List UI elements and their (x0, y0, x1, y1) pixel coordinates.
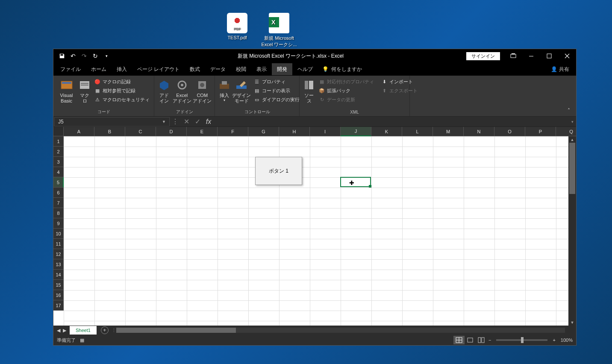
zoom-level[interactable]: 100% (561, 338, 573, 343)
row-header-3[interactable]: 3 (53, 157, 64, 167)
row-header-10[interactable]: 10 (53, 229, 64, 239)
signin-button[interactable]: サインイン (466, 52, 500, 60)
row-header-4[interactable]: 4 (53, 167, 64, 177)
desktop-icon-pdf[interactable]: TEST.pdf (218, 13, 256, 40)
macro-button[interactable]: マクロ (78, 76, 91, 109)
design-mode-button[interactable]: デザイン モード (232, 76, 251, 109)
expand-formula-bar-button[interactable]: ▾ (571, 120, 574, 124)
column-header-E[interactable]: E (187, 127, 218, 136)
row-header-16[interactable]: 16 (53, 290, 64, 300)
row-header-11[interactable]: 11 (53, 239, 64, 249)
qat-dropdown[interactable]: ▾ (101, 51, 112, 61)
close-button[interactable] (558, 50, 576, 62)
column-header-C[interactable]: C (125, 127, 156, 136)
import-button[interactable]: ⬇インポート (379, 77, 419, 86)
addins-button[interactable]: アド イン (157, 76, 171, 109)
xml-source-button[interactable]: ソース (302, 76, 316, 109)
refresh-button[interactable]: ↻ (90, 51, 100, 61)
properties-button[interactable]: ☰プロパティ (252, 77, 301, 86)
column-header-A[interactable]: A (64, 127, 94, 136)
select-all-corner[interactable] (53, 127, 64, 136)
row-header-15[interactable]: 15 (53, 280, 64, 290)
tab-help[interactable]: ヘルプ (292, 63, 318, 75)
maximize-button[interactable] (540, 50, 558, 62)
excel-addins-button[interactable]: Excel アドイン (172, 76, 191, 109)
tab-developer[interactable]: 開発 (272, 63, 292, 75)
cancel-formula-button[interactable]: ✕ (181, 117, 192, 126)
tab-file[interactable]: ファイル (55, 63, 86, 75)
column-header-B[interactable]: B (94, 127, 125, 136)
com-addins-button[interactable]: COM アドイン (193, 76, 212, 109)
scroll-up-arrow[interactable]: ▲ (568, 136, 576, 143)
column-header-K[interactable]: K (371, 127, 402, 136)
relative-reference-button[interactable]: ▦相対参照で記録 (92, 86, 151, 95)
redo-button[interactable]: ↷ (79, 51, 89, 61)
insert-control-button[interactable]: 挿入 ▾ (218, 76, 231, 109)
zoom-out-button[interactable]: − (487, 338, 493, 343)
cells-area[interactable]: ボタン 1 ✚ (64, 136, 568, 326)
zoom-slider[interactable] (496, 339, 547, 341)
row-header-5[interactable]: 5 (53, 177, 64, 188)
ribbon-options-button[interactable] (504, 50, 522, 62)
row-header-13[interactable]: 13 (53, 259, 64, 270)
horizontal-scrollbar[interactable]: ⋮ (113, 327, 568, 334)
minimize-button[interactable] (522, 50, 540, 62)
tab-page-layout[interactable]: ページ レイアウト (132, 63, 185, 75)
column-header-H[interactable]: H (279, 127, 310, 136)
insert-function-button[interactable]: fx (203, 117, 214, 126)
row-header-6[interactable]: 6 (53, 188, 64, 198)
spreadsheet-grid[interactable]: ABCDEFGHIJKLMNOPQ 1234567891011121314151… (53, 127, 576, 326)
row-header-12[interactable]: 12 (53, 249, 64, 259)
row-header-1[interactable]: 1 (53, 136, 64, 147)
tab-data[interactable]: データ (205, 63, 231, 75)
vertical-scrollbar[interactable]: ▲ ▼ (568, 136, 576, 326)
undo-button[interactable]: ↶ (68, 51, 78, 61)
column-header-G[interactable]: G (248, 127, 279, 136)
row-header-9[interactable]: 9 (53, 218, 64, 229)
row-header-8[interactable]: 8 (53, 208, 64, 218)
macro-security-button[interactable]: ⚠マクロのセキュリティ (92, 95, 151, 104)
sheet-tab-1[interactable]: Sheet1 (70, 326, 97, 335)
zoom-slider-thumb[interactable] (521, 337, 524, 343)
column-header-M[interactable]: M (433, 127, 464, 136)
record-macro-button[interactable]: 🔴マクロの記録 (92, 77, 151, 86)
name-box[interactable]: J5 ▼ (54, 117, 170, 126)
column-header-D[interactable]: D (156, 127, 187, 136)
save-button[interactable] (57, 51, 67, 61)
column-header-L[interactable]: L (402, 127, 433, 136)
column-header-N[interactable]: N (464, 127, 494, 136)
collapse-ribbon-button[interactable]: ˄ (565, 107, 573, 114)
column-header-J[interactable]: J (341, 127, 371, 136)
column-header-I[interactable]: I (310, 127, 341, 136)
page-break-view-button[interactable] (476, 336, 487, 344)
share-button[interactable]: 👤 共有 (551, 66, 569, 73)
accept-formula-button[interactable]: ✓ (192, 117, 203, 126)
visual-basic-button[interactable]: Visual Basic (56, 76, 77, 109)
row-header-14[interactable]: 14 (53, 270, 64, 280)
run-dialog-button[interactable]: ▭ダイアログの実行 (252, 95, 301, 104)
column-header-F[interactable]: F (218, 127, 248, 136)
tab-insert[interactable]: 挿入 (112, 63, 132, 75)
tab-view[interactable]: 表示 (251, 63, 272, 75)
macro-record-status-icon[interactable]: ▦ (80, 338, 84, 343)
tell-me-search[interactable]: 💡 何をしますか (322, 66, 362, 73)
row-header-17[interactable]: 17 (53, 300, 64, 311)
page-layout-view-button[interactable] (465, 336, 476, 344)
zoom-in-button[interactable]: + (551, 338, 557, 343)
scroll-down-arrow[interactable]: ▼ (568, 319, 576, 326)
view-code-button[interactable]: ▤コードの表示 (252, 86, 301, 95)
column-header-O[interactable]: O (494, 127, 525, 136)
row-header-2[interactable]: 2 (53, 147, 64, 157)
tab-review[interactable]: 校閲 (231, 63, 251, 75)
next-sheet-button[interactable]: ▶ (63, 328, 66, 333)
scrollbar-thumb[interactable] (569, 143, 575, 194)
normal-view-button[interactable] (453, 336, 465, 344)
column-header-Q[interactable]: Q (556, 127, 576, 136)
prev-sheet-button[interactable]: ◀ (57, 328, 60, 333)
form-button-1[interactable]: ボタン 1 (255, 157, 302, 185)
tab-home[interactable]: ホーム (86, 63, 112, 75)
add-sheet-button[interactable]: + (101, 326, 109, 334)
tab-formulas[interactable]: 数式 (185, 63, 205, 75)
row-header-7[interactable]: 7 (53, 198, 64, 208)
hscrollbar-thumb[interactable] (116, 328, 236, 333)
